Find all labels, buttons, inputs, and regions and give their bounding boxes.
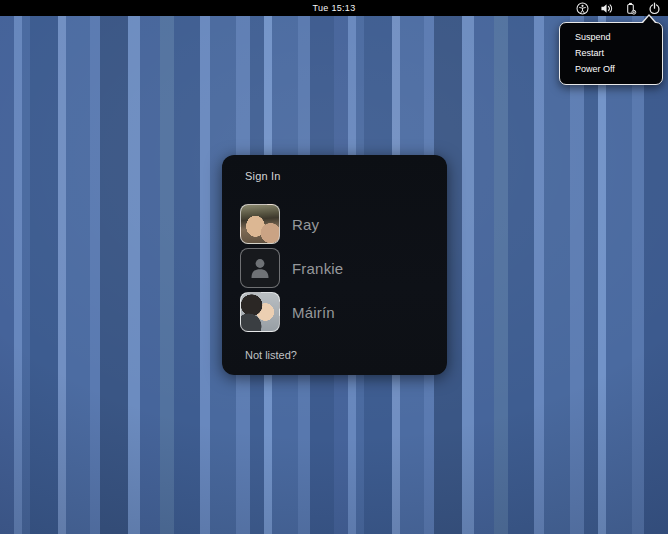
power-menu: Suspend Restart Power Off bbox=[559, 22, 663, 85]
not-listed-link[interactable]: Not listed? bbox=[245, 349, 297, 361]
battery-button[interactable] bbox=[623, 1, 638, 16]
user-row-ray[interactable]: Ray bbox=[239, 202, 431, 246]
battery-icon bbox=[624, 2, 637, 15]
accessibility-button[interactable] bbox=[575, 1, 590, 16]
volume-icon bbox=[600, 2, 614, 15]
user-name: Frankie bbox=[292, 260, 343, 277]
gdm-login-screen: Tue 15:13 bbox=[0, 0, 668, 534]
top-bar: Tue 15:13 bbox=[0, 0, 668, 16]
user-avatar-photo bbox=[240, 204, 280, 244]
user-name: Máirín bbox=[292, 304, 335, 321]
clock[interactable]: Tue 15:13 bbox=[0, 0, 668, 16]
sign-in-title: Sign In bbox=[245, 170, 281, 182]
user-row-mairin[interactable]: Máirín bbox=[239, 290, 431, 334]
sign-in-dialog: Sign In Ray Frankie Máirín Not bbox=[222, 155, 447, 375]
user-row-frankie[interactable]: Frankie bbox=[239, 246, 431, 290]
menu-item-suspend[interactable]: Suspend bbox=[560, 29, 662, 45]
volume-button[interactable] bbox=[599, 1, 614, 16]
menu-item-poweroff[interactable]: Power Off bbox=[560, 61, 662, 77]
accessibility-icon bbox=[576, 2, 589, 15]
user-avatar-photo bbox=[240, 292, 280, 332]
menu-item-restart[interactable]: Restart bbox=[560, 45, 662, 61]
person-silhouette-icon bbox=[247, 255, 273, 281]
user-avatar-generic bbox=[240, 248, 280, 288]
power-icon bbox=[648, 2, 661, 15]
user-name: Ray bbox=[292, 216, 319, 233]
user-list: Ray Frankie Máirín bbox=[239, 202, 431, 334]
